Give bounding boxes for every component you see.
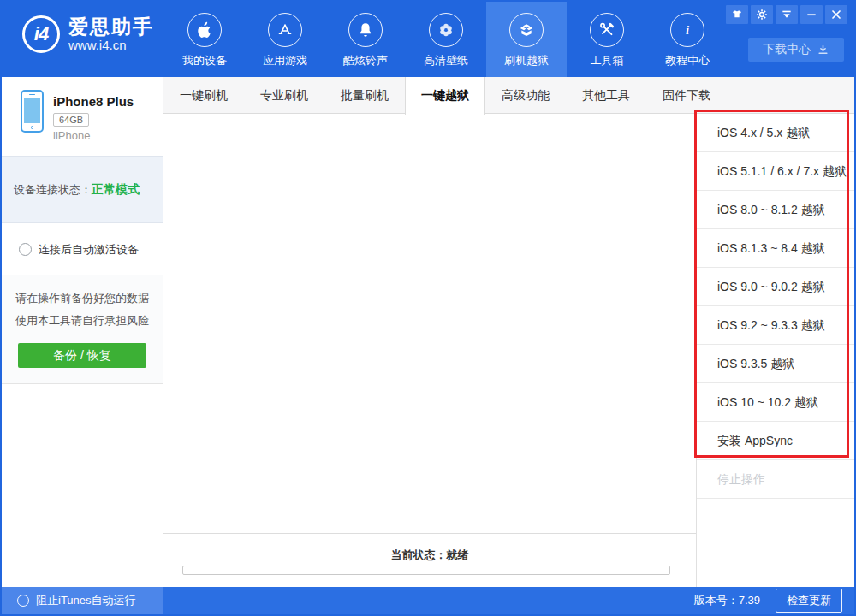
tab-one-key-flash[interactable]: 一键刷机: [163, 77, 244, 114]
jailbreak-item-ios935[interactable]: iOS 9.3.5 越狱: [697, 345, 854, 383]
tab-other-tools[interactable]: 其他工具: [566, 77, 646, 114]
nav-item-flash-jailbreak[interactable]: 刷机越狱: [486, 2, 567, 77]
jailbreak-item-ios511-6-7[interactable]: iOS 5.1.1 / 6.x / 7.x 越狱: [697, 152, 854, 191]
info-icon: i: [670, 13, 704, 47]
top-nav: 我的设备 应用游戏 酷炫铃声 高清壁纸: [164, 2, 728, 77]
download-center-button[interactable]: 下载中心: [748, 38, 844, 62]
backup-warning-section: 请在操作前备份好您的数据 使用本工具请自行承担风险 备份 / 恢复: [2, 275, 163, 384]
block-itunes-option[interactable]: 阻止iTunes自动运行: [2, 587, 163, 614]
nav-label: 工具箱: [591, 53, 624, 68]
jailbreak-item-ios10-102[interactable]: iOS 10 ~ 10.2 越狱: [697, 383, 854, 422]
skin-icon[interactable]: [726, 5, 748, 24]
window-controls: [726, 5, 847, 24]
jailbreak-item-ios92-933[interactable]: iOS 9.2 ~ 9.3.3 越狱: [697, 306, 854, 345]
appstore-icon: [268, 13, 302, 47]
jailbreak-action-panel: iOS 4.x / 5.x 越狱 iOS 5.1.1 / 6.x / 7.x 越…: [696, 114, 854, 587]
auto-activate-option[interactable]: 连接后自动激活设备: [2, 223, 163, 275]
settings-icon[interactable]: [751, 5, 773, 24]
jailbreak-item-ios4-5[interactable]: iOS 4.x / 5.x 越狱: [697, 114, 854, 152]
check-update-button[interactable]: 检查更新: [776, 589, 842, 613]
progress-bar: [182, 566, 670, 575]
tab-firmware-download[interactable]: 固件下载: [646, 77, 727, 114]
app-title: 爱思助手: [68, 16, 154, 38]
tab-pro-flash[interactable]: 专业刷机: [244, 77, 324, 114]
phone-screen: [24, 98, 40, 123]
tab-advanced[interactable]: 高级功能: [485, 77, 566, 114]
connection-status-label: 设备连接状态：: [14, 182, 92, 198]
nav-item-ringtones[interactable]: 酷炫铃声: [325, 2, 406, 77]
logo-text: 爱思助手 www.i4.cn: [68, 16, 154, 53]
i4-logo-icon: i4: [22, 15, 60, 53]
block-itunes-label: 阻止iTunes自动运行: [36, 593, 136, 608]
bell-icon: [348, 13, 383, 47]
connection-status-value: 正常模式: [92, 182, 140, 198]
iphone-icon: [21, 90, 44, 133]
device-capacity-badge: 64GB: [53, 113, 89, 127]
phone-home-button: [31, 126, 34, 129]
svg-text:i: i: [686, 23, 689, 37]
footer-right: 版本号：7.39 检查更新: [163, 589, 854, 613]
subnav-tabs: 一键刷机 专业刷机 批量刷机 一键越狱 高级功能 其他工具 固件下载: [163, 77, 854, 114]
version-label: 版本号：7.39: [694, 593, 760, 608]
app-logo: i4 爱思助手 www.i4.cn: [22, 15, 154, 53]
wallpaper-icon: [429, 13, 463, 47]
current-status-text: 当前状态：就绪: [163, 548, 696, 563]
nav-item-tutorials[interactable]: i 教程中心: [647, 2, 728, 77]
nav-item-my-devices[interactable]: 我的设备: [164, 2, 245, 77]
logo-mark-text: i4: [34, 23, 48, 45]
nav-label: 高清壁纸: [424, 53, 468, 68]
collapse-icon[interactable]: [776, 5, 798, 24]
phone-speaker: [29, 94, 35, 96]
device-sidebar: iPhone8 Plus 64GB iiPhone 设备连接状态： 正常模式 连…: [2, 77, 163, 587]
device-info-section: iPhone8 Plus 64GB iiPhone: [2, 77, 163, 156]
main-content: [163, 114, 696, 534]
device-name: iPhone8 Plus: [53, 94, 134, 109]
app-subtitle: www.i4.cn: [68, 38, 154, 53]
warning-line-2: 使用本工具请自行承担风险: [2, 310, 163, 332]
warning-line-1: 请在操作前备份好您的数据: [2, 287, 163, 310]
nav-label: 教程中心: [665, 53, 710, 68]
app-header: i4 爱思助手 www.i4.cn 我的设备 应用游戏: [2, 2, 854, 77]
jailbreak-box-icon: [509, 13, 544, 47]
minimize-icon[interactable]: [800, 5, 823, 24]
nav-item-apps-games[interactable]: 应用游戏: [245, 2, 325, 77]
jailbreak-item-ios80-812[interactable]: iOS 8.0 ~ 8.1.2 越狱: [697, 191, 854, 229]
close-icon[interactable]: [825, 5, 847, 24]
block-itunes-radio[interactable]: [17, 595, 29, 607]
download-icon: [817, 44, 829, 56]
nav-label: 酷炫铃声: [343, 53, 388, 68]
apple-icon: [187, 13, 222, 47]
auto-activate-label: 连接后自动激活设备: [39, 242, 139, 258]
footer-bar: 阻止iTunes自动运行 版本号：7.39 检查更新: [2, 587, 854, 614]
nav-label: 我的设备: [182, 53, 227, 68]
auto-activate-radio[interactable]: [19, 243, 32, 256]
connection-status-section: 设备连接状态： 正常模式: [2, 156, 163, 223]
tab-batch-flash[interactable]: 批量刷机: [324, 77, 405, 114]
toolbox-icon: [590, 13, 624, 47]
install-appsync-item[interactable]: 安装 AppSync: [697, 422, 854, 460]
download-center-label: 下载中心: [763, 42, 811, 57]
nav-item-toolbox[interactable]: 工具箱: [567, 2, 647, 77]
jailbreak-item-ios90-902[interactable]: iOS 9.0 ~ 9.0.2 越狱: [697, 268, 854, 306]
nav-item-wallpapers[interactable]: 高清壁纸: [406, 2, 486, 77]
nav-label: 应用游戏: [263, 53, 307, 68]
tab-one-key-jailbreak[interactable]: 一键越狱: [405, 77, 485, 115]
backup-restore-button[interactable]: 备份 / 恢复: [18, 343, 146, 368]
device-nickname: iiPhone: [53, 129, 90, 142]
nav-label: 刷机越狱: [504, 53, 549, 68]
stop-operation-button: 停止操作: [697, 460, 854, 499]
app-window: i4 爱思助手 www.i4.cn 我的设备 应用游戏: [0, 0, 856, 616]
jailbreak-item-ios813-84[interactable]: iOS 8.1.3 ~ 8.4 越狱: [697, 229, 854, 268]
